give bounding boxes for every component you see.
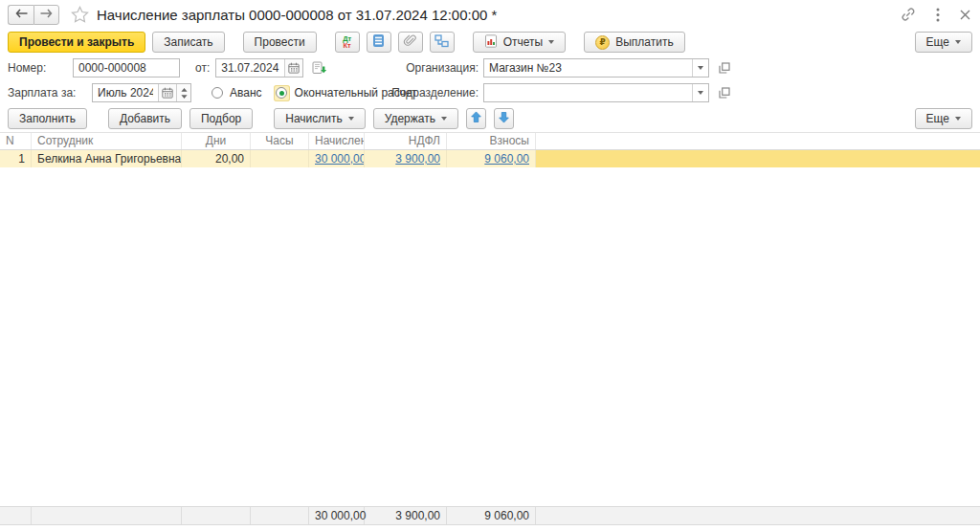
table-row[interactable]: 1 Белкина Анна Григорьевна 20,00 30 000,… <box>0 150 980 167</box>
number-input[interactable] <box>74 59 179 77</box>
col-header-employee[interactable]: Сотрудник <box>32 133 182 149</box>
accrue-button[interactable]: Начислить <box>274 108 365 129</box>
move-up-button[interactable] <box>466 108 486 129</box>
department-open-icon[interactable] <box>715 83 733 102</box>
calendar-icon[interactable] <box>284 59 302 77</box>
kebab-menu-icon[interactable] <box>936 8 940 22</box>
period-label: Зарплата за: <box>8 86 92 100</box>
register-records-button[interactable] <box>367 32 391 53</box>
register-records-icon <box>372 33 385 51</box>
period-spinner[interactable] <box>176 84 190 101</box>
back-button[interactable] <box>8 5 33 25</box>
table-header: N Сотрудник Дни Часы Начислено НДФЛ Взно… <box>0 133 980 150</box>
toolbar-more-button[interactable]: Еще <box>915 32 972 53</box>
date-input[interactable] <box>216 59 284 77</box>
col-header-contributions[interactable]: Взносы <box>447 133 536 149</box>
col-header-accrued[interactable]: Начислено <box>309 133 365 149</box>
command-bar: Провести и закрыть Записать Провести ДтК… <box>0 29 980 55</box>
copy-link-icon[interactable] <box>901 7 916 22</box>
form-row-period: Зарплата за: Аванс Окончательный расчет … <box>0 80 980 105</box>
chevron-down-icon <box>698 66 703 70</box>
withhold-label: Удержать <box>385 112 435 125</box>
table-totals-row: 30 000,00 3 900,00 9 060,00 <box>0 506 980 525</box>
organization-input[interactable] <box>484 59 692 77</box>
title-bar: Начисление зарплаты 0000-000008 от 31.07… <box>0 0 980 29</box>
ndfl-amount-link[interactable]: 3 900,00 <box>395 152 440 166</box>
pay-button[interactable]: ₽ Выплатить <box>584 32 685 53</box>
col-header-n[interactable]: N <box>0 133 32 149</box>
post-and-close-button[interactable]: Провести и закрыть <box>8 32 145 53</box>
chevron-down-icon <box>548 40 554 44</box>
number-field[interactable] <box>73 58 180 77</box>
withhold-button[interactable]: Удержать <box>373 108 458 129</box>
pay-button-label: Выплатить <box>615 35 674 49</box>
save-button[interactable]: Записать <box>152 32 224 53</box>
radio-circle <box>274 85 290 101</box>
cell-days[interactable]: 20,00 <box>182 150 251 167</box>
arrow-down-icon <box>498 111 510 126</box>
col-header-days[interactable]: Дни <box>182 133 251 149</box>
cell-accrued: 30 000,00 <box>309 150 365 167</box>
radio-advance[interactable]: Аванс <box>209 85 262 101</box>
table-more-label: Еще <box>926 112 949 125</box>
department-label: Подразделение: <box>364 86 479 100</box>
department-field[interactable] <box>483 83 709 102</box>
department-dropdown-caret[interactable] <box>692 84 708 101</box>
dtkt-postings-icon: ДтКт <box>343 35 351 49</box>
arrow-up-icon <box>470 111 482 126</box>
bottom-strip <box>0 525 980 531</box>
document-window: Начисление зарплаты 0000-000008 от 31.07… <box>0 0 980 531</box>
chevron-down-icon <box>955 117 961 121</box>
close-icon[interactable] <box>960 10 970 20</box>
cell-hours[interactable] <box>251 150 309 167</box>
employees-table: N Сотрудник Дни Часы Начислено НДФЛ Взно… <box>0 132 980 531</box>
accrued-amount-link[interactable]: 30 000,00 <box>315 152 365 166</box>
period-field[interactable] <box>92 83 191 102</box>
organization-open-icon[interactable] <box>715 58 733 77</box>
post-button[interactable]: Провести <box>243 32 317 53</box>
report-icon <box>484 34 498 51</box>
fill-button[interactable]: Заполнить <box>8 108 87 129</box>
total-contributions: 9 060,00 <box>447 507 536 524</box>
postings-dtkt-button[interactable]: ДтКт <box>335 32 360 53</box>
table-empty-area[interactable] <box>0 167 980 506</box>
table-toolbar: Заполнить Добавить Подбор Начислить Удер… <box>0 105 980 132</box>
department-input[interactable] <box>484 84 692 101</box>
cell-contributions: 9 060,00 <box>447 150 536 167</box>
number-label: Номер: <box>8 61 59 75</box>
organization-label: Организация: <box>364 61 479 75</box>
radio-circle <box>209 85 225 101</box>
cell-n[interactable]: 1 <box>0 150 32 167</box>
set-current-date-icon[interactable] <box>312 61 327 76</box>
related-documents-icon <box>434 34 449 51</box>
col-header-hours[interactable]: Часы <box>251 133 309 149</box>
chevron-down-icon <box>955 40 961 44</box>
date-field[interactable] <box>215 58 303 77</box>
toolbar-more-label: Еще <box>926 35 949 49</box>
col-header-filler <box>536 133 980 149</box>
organization-field[interactable] <box>483 58 709 77</box>
reports-button[interactable]: Отчеты <box>473 32 566 53</box>
related-documents-button[interactable] <box>430 32 455 53</box>
period-input[interactable] <box>93 84 158 101</box>
organization-dropdown-caret[interactable] <box>692 59 708 77</box>
total-ndfl: 3 900,00 <box>365 507 447 524</box>
forward-button[interactable] <box>33 5 59 25</box>
chevron-down-icon <box>441 117 447 121</box>
form-row-number: Номер: от: Организация: <box>0 55 980 80</box>
calendar-icon[interactable] <box>158 84 176 101</box>
pick-button[interactable]: Подбор <box>189 108 253 129</box>
cell-filler <box>536 150 980 167</box>
table-more-button[interactable]: Еще <box>915 108 972 129</box>
cell-employee[interactable]: Белкина Анна Григорьевна <box>32 150 182 167</box>
accrue-label: Начислить <box>285 112 342 125</box>
col-header-ndfl[interactable]: НДФЛ <box>365 133 447 149</box>
favorite-star-icon[interactable] <box>71 6 89 23</box>
attachments-button[interactable] <box>398 32 423 53</box>
window-title: Начисление зарплаты 0000-000008 от 31.07… <box>97 7 497 23</box>
back-arrow-icon <box>15 8 28 21</box>
move-down-button[interactable] <box>494 108 514 129</box>
add-button[interactable]: Добавить <box>108 108 182 129</box>
forward-arrow-icon <box>40 8 53 21</box>
contributions-amount-link[interactable]: 9 060,00 <box>484 152 529 166</box>
